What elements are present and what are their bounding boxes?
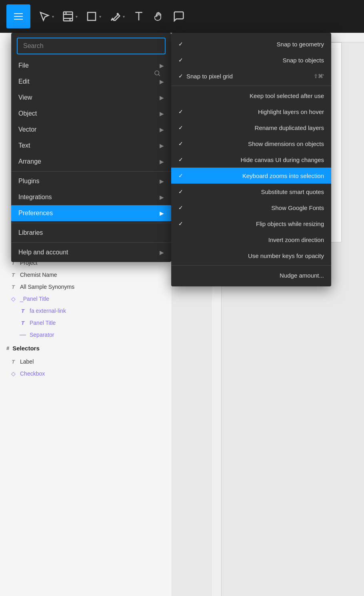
layer-item-chemist-name[interactable]: T Chemist Name — [0, 269, 172, 281]
selectors-section: # Selectors — [0, 341, 172, 356]
search-container — [11, 33, 171, 58]
pref-label: Flip objects while resizing — [256, 220, 324, 227]
menu-item-label: Preferences — [18, 210, 53, 217]
pref-highlight-layers[interactable]: ✓ Highlight layers on hover — [171, 104, 331, 120]
menu-item-label: Edit — [18, 78, 30, 85]
pref-hide-canvas[interactable]: ✓ Hide canvas UI during changes — [171, 152, 331, 168]
pref-divider — [171, 265, 331, 266]
layer-item-panel-title[interactable]: ◇ _Panel Title — [0, 293, 172, 305]
menu-item-view[interactable]: View ▶ — [11, 90, 171, 106]
pref-keyboard-zoom[interactable]: ✓ Keyboard zooms into selection — [171, 168, 331, 184]
menu-item-vector[interactable]: Vector ▶ — [11, 122, 171, 138]
layer-label: _Panel Title — [20, 296, 49, 302]
check-icon: ✓ — [178, 124, 186, 131]
layer-item-label[interactable]: T Label — [0, 356, 172, 368]
pref-label: Hide canvas UI during changes — [241, 156, 324, 163]
layer-label: fa external-link — [30, 308, 66, 314]
arrow-icon: ▶ — [160, 142, 164, 149]
menu-item-help[interactable]: Help and account ▶ — [11, 244, 171, 260]
pref-snap-pixel[interactable]: ✓ Snap to pixel grid ⇧⌘' — [171, 68, 331, 84]
pref-smart-quotes[interactable]: ✓ Substitute smart quotes — [171, 184, 331, 200]
pref-label: Rename duplicated layers — [255, 124, 324, 131]
svg-point-9 — [155, 71, 159, 75]
line-icon: — — [19, 331, 26, 338]
arrow-icon: ▶ — [160, 178, 164, 184]
layer-label: Separator — [30, 332, 54, 338]
search-icon — [154, 70, 161, 79]
layer-item-panel-title-2[interactable]: T Panel Title — [0, 317, 172, 329]
layer-item-checkbox[interactable]: ◇ Checkbox — [0, 368, 172, 380]
shortcut-label: ⇧⌘' — [307, 73, 324, 79]
pref-number-keys[interactable]: ✓ Use number keys for opacity — [171, 248, 331, 264]
pref-label: Snap to geometry — [277, 41, 324, 48]
shape-tool-button[interactable]: ▾ — [86, 10, 101, 22]
pref-nudge-amount[interactable]: ✓ Nudge amount... — [171, 267, 331, 283]
preferences-submenu: ✓ Snap to geometry ✓ Snap to objects ✓ S… — [171, 33, 331, 286]
check-icon: ✓ — [178, 156, 186, 163]
pref-show-dimensions[interactable]: ✓ Show dimensions on objects — [171, 136, 331, 152]
pref-snap-objects[interactable]: ✓ Snap to objects — [171, 52, 331, 68]
layer-item-separator[interactable]: — Separator — [0, 329, 172, 341]
pref-label: Keyboard zooms into selection — [242, 172, 324, 179]
arrow-icon: ▶ — [160, 210, 164, 216]
check-icon: ✓ — [178, 73, 186, 79]
menu-item-plugins[interactable]: Plugins ▶ — [11, 173, 171, 189]
pref-label: Nudge amount... — [280, 272, 324, 279]
text-icon: T — [10, 283, 17, 290]
arrow-icon: ▶ — [160, 126, 164, 133]
diamond-icon: ◇ — [10, 370, 17, 377]
pref-label: Snap to pixel grid — [186, 73, 233, 80]
diamond-icon: ◇ — [10, 295, 17, 302]
hand-tool-button[interactable] — [153, 10, 165, 22]
pref-keep-tool[interactable]: ✓ Keep tool selected after use — [171, 88, 331, 104]
main-menu: File ▶ Edit ▶ View ▶ Object ▶ Vector ▶ T… — [11, 33, 171, 262]
check-icon: ✓ — [178, 140, 186, 147]
menu-button[interactable] — [6, 4, 30, 28]
menu-item-file[interactable]: File ▶ — [11, 58, 171, 74]
arrow-icon: ▶ — [160, 249, 164, 256]
check-icon: ✓ — [178, 204, 186, 211]
chevron-down-icon: ▾ — [123, 14, 125, 19]
menu-item-libraries[interactable]: Libraries — [11, 225, 171, 241]
menu-divider — [11, 223, 171, 223]
arrow-icon: ▶ — [160, 62, 164, 69]
layer-label: Checkbox — [20, 370, 45, 377]
menu-item-text[interactable]: Text ▶ — [11, 138, 171, 154]
menu-item-arrange[interactable]: Arrange ▶ — [11, 154, 171, 170]
pref-google-fonts[interactable]: ✓ Show Google Fonts — [171, 200, 331, 216]
check-icon: ✓ — [178, 188, 186, 195]
svg-rect-0 — [64, 12, 73, 21]
comment-tool-button[interactable] — [173, 10, 185, 22]
check-icon: ✓ — [178, 272, 186, 278]
pen-tool-button[interactable]: ▾ — [109, 10, 125, 22]
menu-item-label: Object — [18, 110, 37, 117]
select-tool-button[interactable]: ▾ — [38, 10, 54, 22]
search-input[interactable] — [17, 38, 166, 54]
arrow-icon: ▶ — [160, 94, 164, 101]
pref-rename-layers[interactable]: ✓ Rename duplicated layers — [171, 120, 331, 136]
menu-item-label: Arrange — [18, 158, 41, 165]
chevron-down-icon: ▾ — [52, 14, 54, 19]
menu-item-label: Integrations — [18, 194, 52, 201]
menu-item-label: Vector — [18, 126, 36, 133]
frame-tool-button[interactable]: ▾ — [62, 10, 78, 22]
menu-item-object[interactable]: Object ▶ — [11, 106, 171, 122]
pref-invert-zoom[interactable]: ✓ Invert zoom direction — [171, 232, 331, 248]
text-tool-button[interactable] — [133, 10, 145, 22]
pref-flip-objects[interactable]: ✓ Flip objects while resizing — [171, 216, 331, 232]
svg-line-10 — [158, 74, 160, 76]
check-icon: ✓ — [178, 252, 186, 259]
pref-label: Show Google Fonts — [271, 204, 324, 211]
pref-snap-geometry[interactable]: ✓ Snap to geometry — [171, 36, 331, 52]
pref-label: Invert zoom direction — [268, 236, 324, 243]
menu-item-label: Text — [18, 142, 30, 149]
check-icon: ✓ — [178, 172, 186, 179]
pref-label: Highlight layers on hover — [258, 108, 324, 115]
layer-item-sample-synonyms[interactable]: T All Sample Synonyms — [0, 281, 172, 293]
menu-item-integrations[interactable]: Integrations ▶ — [11, 189, 171, 205]
layer-label: Panel Title — [30, 320, 56, 326]
menu-item-edit[interactable]: Edit ▶ — [11, 74, 171, 90]
layer-item-fa-external[interactable]: T fa external-link — [0, 305, 172, 317]
menu-item-preferences[interactable]: Preferences ▶ — [11, 205, 171, 221]
hamburger-icon — [14, 13, 23, 20]
